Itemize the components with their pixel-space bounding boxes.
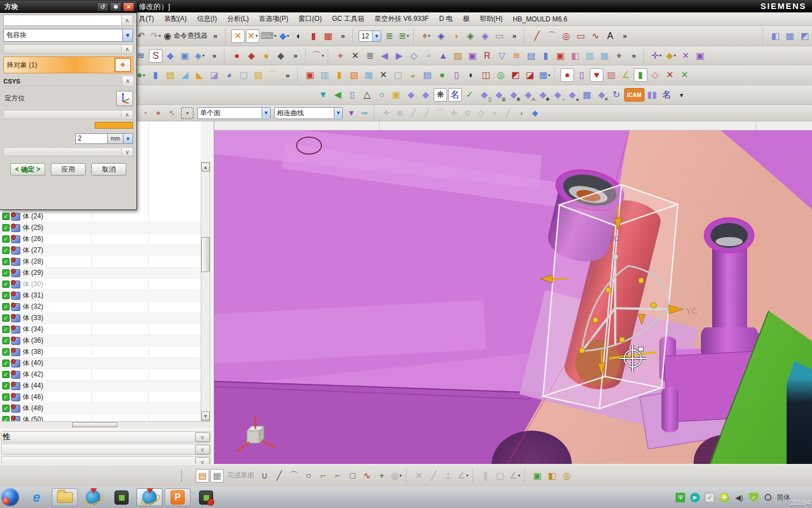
- cylinder-wireframe-icon[interactable]: ▮: [307, 29, 320, 43]
- curve-rule-combo[interactable]: 相连曲线▼: [274, 107, 343, 119]
- tree-item[interactable]: ✓体 (31): [0, 290, 201, 301]
- checkbox-checked-icon[interactable]: ✓: [2, 314, 10, 322]
- section-x-icon[interactable]: ◫: [479, 68, 493, 82]
- checkbox-checked-icon[interactable]: ✓: [2, 416, 10, 421]
- usb-check-tray-icon[interactable]: ✓: [705, 493, 714, 502]
- menu-item[interactable]: 极: [458, 13, 475, 25]
- arc-icon[interactable]: ⌒: [545, 29, 558, 43]
- orient-csys-icon[interactable]: ⌖: [612, 49, 626, 63]
- menu-item[interactable]: 装配(A): [159, 13, 192, 25]
- snap-quadrant-icon[interactable]: ◇: [475, 107, 487, 119]
- select-object-row[interactable]: 择对象 (1) ⌖: [3, 56, 133, 73]
- overflow-icon[interactable]: »: [289, 49, 302, 63]
- usb-tray-icon[interactable]: Ψ: [676, 493, 685, 502]
- menu-item[interactable]: D 电: [434, 13, 458, 25]
- checkbox-checked-icon[interactable]: ✓: [2, 224, 10, 231]
- checkbox-checked-icon[interactable]: ✓: [2, 326, 10, 333]
- trim-cube-icon[interactable]: ▣: [554, 49, 567, 63]
- tree-item[interactable]: ✓体 (48): [0, 403, 201, 414]
- wheel-icon[interactable]: ❋: [434, 88, 447, 102]
- expand-icon[interactable]: ∨: [121, 148, 133, 156]
- checkbox-checked-icon[interactable]: ✓: [2, 348, 10, 356]
- mirror-curve-icon[interactable]: ◧: [545, 469, 559, 483]
- tree-item[interactable]: ✓体 (32): [0, 301, 201, 313]
- split-body-icon[interactable]: ▥: [318, 68, 332, 82]
- scrollbar-thumb[interactable]: [201, 237, 210, 272]
- scroll-down-icon[interactable]: ▼: [201, 411, 210, 421]
- tree-item[interactable]: ✓体 (33): [0, 313, 201, 324]
- grid-snap-icon[interactable]: ▦: [210, 469, 224, 483]
- mirror-a-icon[interactable]: △: [360, 88, 374, 102]
- cone-icon[interactable]: ◆: [274, 49, 288, 63]
- cylinder-icon[interactable]: ●: [259, 49, 273, 63]
- render-style-icon[interactable]: ◐: [292, 29, 306, 43]
- tank-icon[interactable]: ▣: [390, 88, 403, 102]
- select-crosshair-icon[interactable]: ⌖: [114, 58, 131, 72]
- speaker-tray-icon[interactable]: ◀): [734, 493, 744, 502]
- parallel-icon[interactable]: ∥: [479, 469, 492, 483]
- color-balls-icon[interactable]: ●: [435, 68, 449, 82]
- key-tray-icon[interactable]: [764, 493, 773, 502]
- ok-button[interactable]: < 确定 >: [10, 163, 45, 176]
- block-icon[interactable]: ◈▾: [193, 49, 206, 63]
- snap-mid-icon[interactable]: ╱: [421, 107, 433, 119]
- sketch-rect-icon[interactable]: □: [346, 469, 359, 483]
- overflow-icon[interactable]: »: [208, 49, 221, 63]
- color-layers-icon[interactable]: ≋: [510, 49, 523, 63]
- menu-item[interactable]: 星空外挂 V6.933F: [369, 13, 434, 25]
- overflow-icon[interactable]: »: [336, 29, 350, 43]
- diamond-mesh-icon[interactable]: ◇: [648, 68, 662, 82]
- mesh-surface-icon[interactable]: ▦: [783, 29, 797, 43]
- name-tag-icon[interactable]: 名: [448, 88, 462, 102]
- offset-curve-icon[interactable]: ◎▾: [390, 469, 403, 483]
- snap-scatter-icon[interactable]: ✛: [380, 107, 392, 119]
- shell-icon[interactable]: ▢: [237, 68, 250, 82]
- abs-csys-icon[interactable]: ⌖: [334, 49, 347, 63]
- pin-pair-icon[interactable]: ▮▮: [646, 88, 659, 102]
- collapsed-panel[interactable]: 性∨: [1, 431, 211, 443]
- display-mode-icon[interactable]: ⌨▾: [261, 29, 276, 43]
- dialog-settings-icon[interactable]: ✱: [110, 2, 121, 11]
- collapse-icon[interactable]: ∧: [121, 111, 133, 119]
- collapsed-panel[interactable]: ∨: [1, 456, 211, 464]
- object-info-icon[interactable]: ▤: [421, 68, 434, 82]
- edit-display-icon[interactable]: ◑: [449, 29, 462, 43]
- menu-item[interactable]: HB_MOULD M6.6: [508, 14, 572, 24]
- horizontal-scrollbar[interactable]: [0, 421, 210, 428]
- overflow-icon[interactable]: »: [508, 29, 521, 43]
- sew-icon[interactable]: ▦: [362, 68, 376, 82]
- overflow-icon[interactable]: »: [618, 29, 632, 43]
- feature-list-icon[interactable]: ≣: [363, 49, 377, 63]
- copy-to-layer-icon[interactable]: ◈: [478, 29, 492, 43]
- bounded-plane-icon[interactable]: ◩: [798, 29, 811, 43]
- scroll-up-icon[interactable]: ▲: [201, 163, 210, 172]
- make-corner-icon[interactable]: ⊥: [442, 469, 455, 483]
- tree-item[interactable]: ✓体 (29): [0, 268, 201, 279]
- snap-arrow-icon[interactable]: ⇨: [359, 107, 371, 119]
- trim-body-icon[interactable]: ▣: [303, 68, 317, 82]
- show-shaded-icon[interactable]: ◆: [529, 107, 541, 119]
- menu-item[interactable]: 分析(L): [222, 13, 254, 25]
- expand-icon[interactable]: ∨: [195, 432, 210, 442]
- checkbox-checked-icon[interactable]: ✓: [2, 360, 10, 367]
- cancel-button[interactable]: 取消: [91, 163, 126, 176]
- emboss-icon[interactable]: ▣: [466, 49, 479, 63]
- profile-icon[interactable]: ∪: [258, 469, 271, 483]
- delete-axis-icon[interactable]: ✕: [663, 68, 677, 82]
- pattern-curve-icon[interactable]: ▣: [531, 469, 544, 483]
- tree-item[interactable]: ✓体 (42): [0, 369, 201, 380]
- offset-face-icon[interactable]: ▧: [347, 68, 361, 82]
- section-table-icon[interactable]: ▦▾: [538, 68, 551, 82]
- snap-endpoint-icon[interactable]: ╱: [407, 107, 420, 119]
- block-type-select[interactable]: 包容块 ▼: [3, 29, 133, 42]
- text-icon[interactable]: A: [603, 29, 617, 43]
- checkbox-checked-icon[interactable]: ✓: [2, 281, 10, 288]
- checkbox-checked-icon[interactable]: ✓: [2, 405, 10, 412]
- heart-icon[interactable]: ♥: [590, 68, 603, 82]
- constraint-icon[interactable]: ∠▾: [456, 469, 470, 483]
- taskbar-app-addin-stop[interactable]: [193, 488, 219, 506]
- snap-ball-icon[interactable]: ◔: [139, 107, 151, 119]
- checkbox-checked-icon[interactable]: ✓: [2, 213, 10, 220]
- snap-center-icon[interactable]: ⊙: [461, 107, 474, 119]
- point-on-face-icon[interactable]: ⌖: [152, 107, 165, 119]
